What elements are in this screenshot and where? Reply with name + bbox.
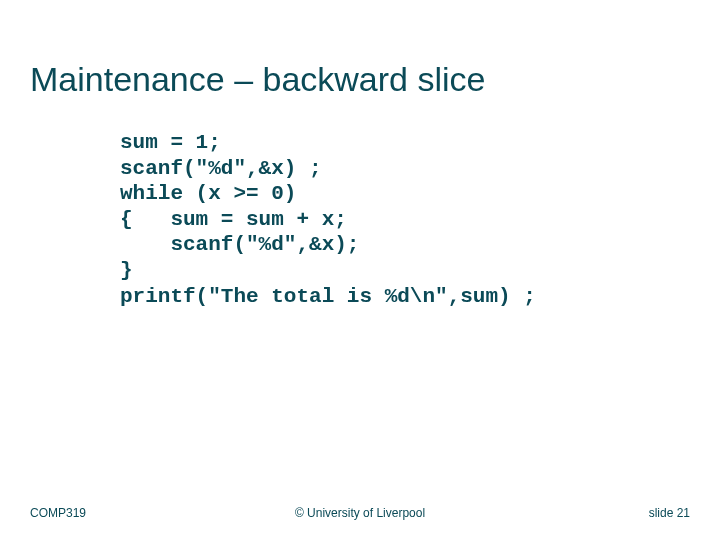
footer-copyright: © University of Liverpool: [0, 506, 720, 520]
footer: COMP319 © University of Liverpool slide …: [0, 500, 720, 520]
slide-title: Maintenance – backward slice: [30, 60, 485, 99]
footer-slide-number: slide 21: [649, 506, 690, 520]
slide: Maintenance – backward slice sum = 1; sc…: [0, 0, 720, 540]
code-block: sum = 1; scanf("%d",&x) ; while (x >= 0)…: [120, 130, 536, 309]
